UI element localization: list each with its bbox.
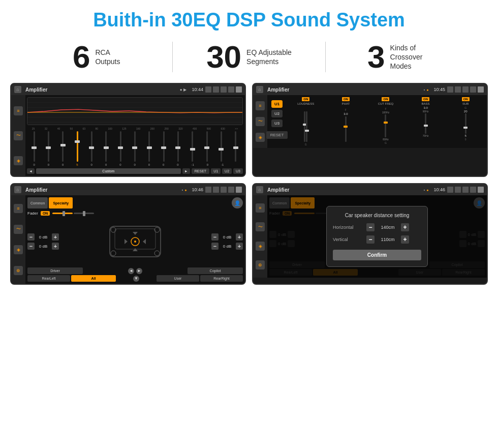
home-icon-2[interactable]: ⌂ — [256, 86, 263, 93]
spk-tl-plus[interactable]: + — [52, 233, 59, 241]
vertical-plus-btn[interactable]: + — [401, 235, 409, 244]
home-icon-4[interactable]: ⌂ — [256, 186, 263, 193]
cx-icon-2[interactable]: 〜 — [256, 117, 265, 126]
eq-slider-col[interactable] — [62, 131, 64, 162]
fader-tabs: Common Specialty 👤 — [27, 197, 243, 208]
driver-btn[interactable]: Driver — [27, 267, 83, 274]
eq-u3-button[interactable]: U3 — [233, 168, 243, 174]
spk-tr-minus[interactable]: − — [211, 233, 219, 241]
eq-custom-button[interactable]: Custom — [36, 168, 181, 174]
spk-br-minus[interactable]: − — [211, 243, 219, 250]
status-bar-3: ⌂ Amplifier ▪ ● 10:46 — [11, 184, 245, 195]
fd-icon-2[interactable]: 〜 — [14, 225, 23, 234]
copilot-btn[interactable]: Copilot — [188, 267, 243, 274]
dist-icon-3[interactable]: ◈ — [256, 242, 265, 251]
confirm-button[interactable]: Confirm — [333, 250, 421, 260]
eq-slider-col[interactable] — [235, 131, 236, 162]
arr-left[interactable]: ◄ — [128, 268, 134, 274]
vertical-val: 110cm — [378, 237, 398, 242]
stat-desc-rca: RCA Outputs — [95, 48, 120, 66]
close-icon-2 — [462, 86, 469, 93]
spk-bl-minus[interactable]: − — [27, 243, 35, 250]
eq-u1-button[interactable]: U1 — [211, 168, 221, 174]
fd-icon-3[interactable]: ◈ — [14, 245, 23, 254]
spk-br-plus[interactable]: + — [236, 243, 243, 250]
cx-icon-3[interactable]: ◈ — [256, 133, 265, 142]
horizontal-minus-btn[interactable]: − — [366, 223, 375, 231]
spk-tl-val: 0 dB — [36, 235, 50, 240]
eq-slider-col[interactable] — [48, 131, 49, 162]
status-time-2: 10:45 — [433, 87, 445, 92]
home-icon-3[interactable]: ⌂ — [14, 186, 21, 193]
fd-icon-1[interactable]: ≡ — [14, 204, 23, 213]
cx-icon-1[interactable]: ≡ — [256, 101, 265, 110]
sub-channel: ON SUB G 20 5 0 — [446, 97, 485, 146]
eq-u2-button[interactable]: U2 — [222, 168, 232, 174]
fader-on-btn[interactable]: ON — [41, 211, 50, 216]
user-btn[interactable]: User — [157, 275, 199, 282]
fader-left-panel: ≡ 〜 ◈ ⊕ — [11, 195, 25, 284]
eq-slider-col[interactable] — [91, 131, 92, 162]
spk-bl-plus[interactable]: + — [52, 243, 59, 250]
sound-icon-1 — [213, 86, 219, 93]
eq-slider-col[interactable] — [221, 131, 222, 162]
home-icon-1[interactable]: ⌂ — [14, 86, 21, 93]
sub-label: SUB — [462, 102, 469, 105]
status-icons-1 — [205, 86, 242, 93]
distance-card: ⌂ Amplifier ▪ ● 10:46 ≡ 〜 ◈ ⊕ — [252, 183, 488, 285]
spk-br-val: 0 dB — [220, 244, 234, 249]
all-btn[interactable]: All — [71, 275, 116, 282]
bass-on[interactable]: ON — [422, 97, 429, 101]
common-tab[interactable]: Common — [27, 197, 48, 208]
dialog-title: Car speaker distance setting — [333, 213, 421, 218]
stat-divider-1 — [172, 42, 173, 72]
spk-tr-plus[interactable]: + — [236, 233, 243, 241]
cutfreq-on[interactable]: ON — [382, 97, 389, 101]
spk-tl-minus[interactable]: − — [27, 233, 35, 241]
stat-rca: 6 RCA Outputs — [30, 41, 162, 73]
dist-icon-1[interactable]: ≡ — [256, 203, 265, 213]
spk-tr-val: 0 dB — [220, 235, 234, 240]
phat-on[interactable]: ON — [342, 97, 350, 101]
stat-eq: 30 EQ Adjustable Segments — [183, 41, 315, 73]
dist-icon-4[interactable]: ⊕ — [256, 260, 265, 270]
vertical-minus-btn[interactable]: − — [366, 235, 375, 244]
eq-reset-button[interactable]: RESET — [192, 168, 209, 174]
bass-label: BASS — [422, 102, 430, 105]
fader-card: ⌂ Amplifier ▪ ● 10:46 ≡ 〜 ◈ ⊕ — [10, 183, 246, 285]
rearright-btn[interactable]: RearRight — [200, 275, 243, 282]
sub-on[interactable]: ON — [462, 97, 470, 101]
arr-down[interactable]: ▼ — [133, 276, 139, 282]
eq-slider-col[interactable] — [77, 131, 78, 162]
rearleft-btn[interactable]: RearLeft — [27, 275, 70, 282]
eq-icon-1[interactable]: ≡ — [14, 106, 23, 115]
specialty-tab[interactable]: Specialty — [49, 197, 73, 208]
loudness-on[interactable]: ON — [302, 97, 309, 101]
eq-slider-col[interactable] — [134, 131, 136, 162]
u1-tab[interactable]: U1 — [271, 100, 283, 108]
fd-icon-4[interactable]: ⊕ — [14, 266, 23, 275]
back-icon-1 — [236, 86, 242, 93]
eq-slider-col[interactable] — [192, 131, 193, 162]
eq-left-panel: ≡ 〜 ◈ — [11, 95, 25, 176]
u2-tab[interactable]: U2 — [271, 110, 283, 117]
screens-grid: ⌂ Amplifier ● ▶ 10:44 ≡ 〜 — [0, 80, 498, 290]
u3-tab[interactable]: U3 — [271, 120, 283, 127]
dist-icon-2[interactable]: 〜 — [256, 222, 265, 231]
status-time-4: 10:46 — [433, 187, 445, 192]
horizontal-plus-btn[interactable]: + — [401, 223, 409, 231]
eq-slider-col[interactable] — [120, 131, 121, 162]
eq-prev-button[interactable]: ◄ — [27, 168, 35, 174]
eq-slider-col[interactable] — [34, 131, 35, 162]
eq-icon-3[interactable]: ◈ — [14, 156, 23, 165]
eq-slider-col[interactable] — [105, 131, 107, 162]
arr-right[interactable]: ► — [136, 268, 142, 274]
eq-next-button[interactable]: ► — [182, 168, 190, 174]
eq-slider-col[interactable] — [163, 131, 165, 162]
left-speakers: − 0 dB + − 0 dB + — [27, 233, 59, 250]
eq-slider-col[interactable] — [148, 131, 150, 162]
eq-slider-col[interactable] — [177, 131, 179, 162]
status-time-1: 10:44 — [192, 87, 203, 92]
eq-slider-col[interactable] — [206, 131, 208, 162]
eq-icon-2[interactable]: 〜 — [14, 131, 23, 140]
